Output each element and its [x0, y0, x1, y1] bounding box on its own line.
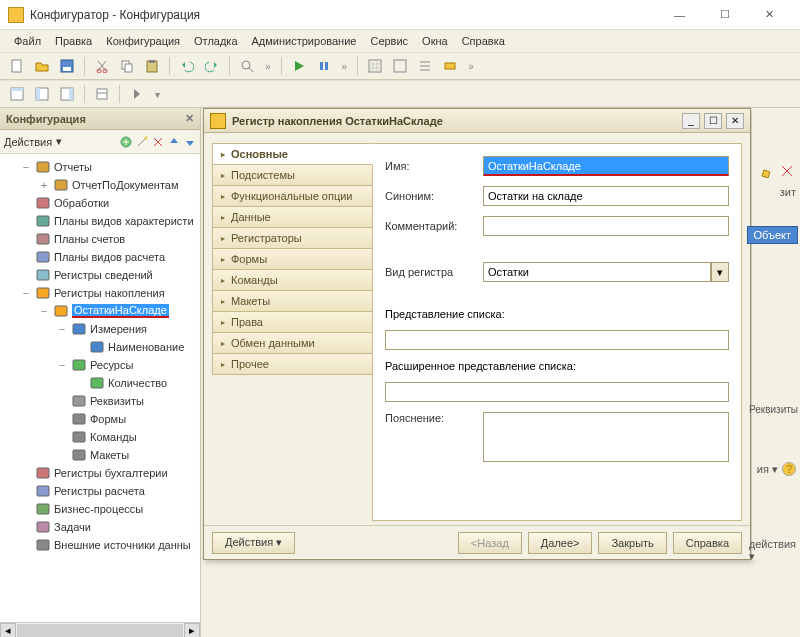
- grid-icon[interactable]: [364, 55, 386, 77]
- tree-item[interactable]: Команды: [2, 428, 198, 446]
- regtype-dropdown-icon[interactable]: ▾: [711, 262, 729, 282]
- dialog-tab[interactable]: ▸Макеты: [212, 290, 372, 312]
- tree-item[interactable]: −Измерения: [2, 320, 198, 338]
- minimize-button[interactable]: —: [657, 1, 702, 29]
- explain-textarea[interactable]: [483, 412, 729, 462]
- config-tree[interactable]: −Отчеты+ОтчетПоДокументамОбработкиПланы …: [0, 154, 200, 622]
- scroll-right-icon[interactable]: ▸: [184, 623, 200, 637]
- undo-icon[interactable]: [176, 55, 198, 77]
- layout2-icon[interactable]: [31, 83, 53, 105]
- tree-item[interactable]: Наименование: [2, 338, 198, 356]
- tree-item[interactable]: Задачи: [2, 518, 198, 536]
- tree-item[interactable]: Планы видов характеристи: [2, 212, 198, 230]
- menu-admin[interactable]: Администрирование: [246, 33, 363, 49]
- tree-item[interactable]: Количество: [2, 374, 198, 392]
- dialog-close-button[interactable]: ✕: [726, 113, 744, 129]
- panel-del-icon[interactable]: [152, 136, 164, 148]
- tree-item[interactable]: Регистры бухгалтерии: [2, 464, 198, 482]
- dialog-tab[interactable]: ▸Подсистемы: [212, 164, 372, 186]
- chevron-down-icon[interactable]: ▾: [56, 135, 62, 148]
- synonym-input[interactable]: [483, 186, 729, 206]
- tree-item[interactable]: −Отчеты: [2, 158, 198, 176]
- dialog-tab[interactable]: ▸Основные: [212, 143, 373, 165]
- layout1-icon[interactable]: [6, 83, 28, 105]
- menu-edit[interactable]: Правка: [49, 33, 98, 49]
- tree-item[interactable]: Планы видов расчета: [2, 248, 198, 266]
- panel-close-icon[interactable]: ✕: [185, 112, 194, 125]
- debug-start-icon[interactable]: [288, 55, 310, 77]
- regtype-select[interactable]: ▾: [483, 262, 729, 282]
- menu-help[interactable]: Справка: [456, 33, 511, 49]
- extlistrep-input[interactable]: [385, 382, 729, 402]
- dialog-tab[interactable]: ▸Права: [212, 311, 372, 333]
- bg-hint4[interactable]: ия ▾?: [757, 462, 796, 476]
- scroll-thumb[interactable]: [17, 624, 183, 637]
- panel-add-icon[interactable]: [120, 136, 132, 148]
- props-icon[interactable]: [91, 83, 113, 105]
- toolbar-overflow-2[interactable]: »: [338, 61, 352, 72]
- copy-icon[interactable]: [116, 55, 138, 77]
- dialog-tab[interactable]: ▸Прочее: [212, 353, 372, 375]
- debug-step-icon[interactable]: [313, 55, 335, 77]
- tree-item[interactable]: Обработки: [2, 194, 198, 212]
- bg-pencil-icon[interactable]: [760, 164, 776, 180]
- close-button[interactable]: ✕: [747, 1, 792, 29]
- panel-down-icon[interactable]: [184, 136, 196, 148]
- redo-icon[interactable]: [201, 55, 223, 77]
- dialog-minimize-button[interactable]: _: [682, 113, 700, 129]
- tree-toggle-icon[interactable]: +: [38, 179, 50, 191]
- toolbar-overflow-1[interactable]: »: [261, 61, 275, 72]
- tree-item[interactable]: −Регистры накопления: [2, 284, 198, 302]
- dialog-tab[interactable]: ▸Регистраторы: [212, 227, 372, 249]
- tree-item[interactable]: Формы: [2, 410, 198, 428]
- tree-item[interactable]: Регистры расчета: [2, 482, 198, 500]
- menu-config[interactable]: Конфигурация: [100, 33, 186, 49]
- scroll-left-icon[interactable]: ◂: [0, 623, 16, 637]
- dialog-tab[interactable]: ▸Данные: [212, 206, 372, 228]
- paste-icon[interactable]: [141, 55, 163, 77]
- regtype-value[interactable]: [483, 262, 711, 282]
- tree-item[interactable]: −ОстаткиНаСкладе: [2, 302, 198, 320]
- tree-item[interactable]: −Ресурсы: [2, 356, 198, 374]
- panel-up-icon[interactable]: [168, 136, 180, 148]
- new-file-icon[interactable]: [6, 55, 28, 77]
- dialog-tab[interactable]: ▸Обмен данными: [212, 332, 372, 354]
- comment-input[interactable]: [483, 216, 729, 236]
- bg-object-badge[interactable]: Объект: [747, 226, 798, 244]
- grid2-icon[interactable]: [389, 55, 411, 77]
- tree-toggle-icon[interactable]: −: [20, 161, 32, 173]
- menu-windows[interactable]: Окна: [416, 33, 454, 49]
- layout3-icon[interactable]: [56, 83, 78, 105]
- footer-actions-button[interactable]: Действия ▾: [212, 532, 295, 554]
- tree-toggle-icon[interactable]: −: [38, 305, 50, 317]
- open-icon[interactable]: [31, 55, 53, 77]
- crumb-icon[interactable]: [439, 55, 461, 77]
- tree-item[interactable]: Реквизиты: [2, 392, 198, 410]
- toolbar-overflow-3[interactable]: »: [464, 61, 478, 72]
- bg-del-icon[interactable]: [780, 164, 796, 180]
- tree-toggle-icon[interactable]: −: [56, 359, 68, 371]
- menu-service[interactable]: Сервис: [364, 33, 414, 49]
- name-input[interactable]: [483, 156, 729, 176]
- next-icon[interactable]: [126, 83, 148, 105]
- toolbar2-overflow[interactable]: ▾: [151, 89, 164, 100]
- dialog-tab[interactable]: ▸Формы: [212, 248, 372, 270]
- footer-help-button[interactable]: Справка: [673, 532, 742, 554]
- tree-item[interactable]: Бизнес-процессы: [2, 500, 198, 518]
- listrep-input[interactable]: [385, 330, 729, 350]
- dialog-maximize-button[interactable]: ☐: [704, 113, 722, 129]
- tree-item[interactable]: Внешние источники данны: [2, 536, 198, 554]
- footer-back-button[interactable]: <Назад: [458, 532, 522, 554]
- footer-next-button[interactable]: Далее>: [528, 532, 593, 554]
- panel-wand-icon[interactable]: [136, 136, 148, 148]
- tree-item[interactable]: Регистры сведений: [2, 266, 198, 284]
- tree-hscroll[interactable]: ◂ ▸: [0, 622, 200, 637]
- dialog-tab[interactable]: ▸Функциональные опции: [212, 185, 372, 207]
- panel-actions-label[interactable]: Действия: [4, 136, 52, 148]
- dialog-tab[interactable]: ▸Команды: [212, 269, 372, 291]
- find-icon[interactable]: [236, 55, 258, 77]
- bg-hint5[interactable]: действия ▾: [749, 538, 796, 563]
- cut-icon[interactable]: [91, 55, 113, 77]
- tree-item[interactable]: Макеты: [2, 446, 198, 464]
- maximize-button[interactable]: ☐: [702, 1, 747, 29]
